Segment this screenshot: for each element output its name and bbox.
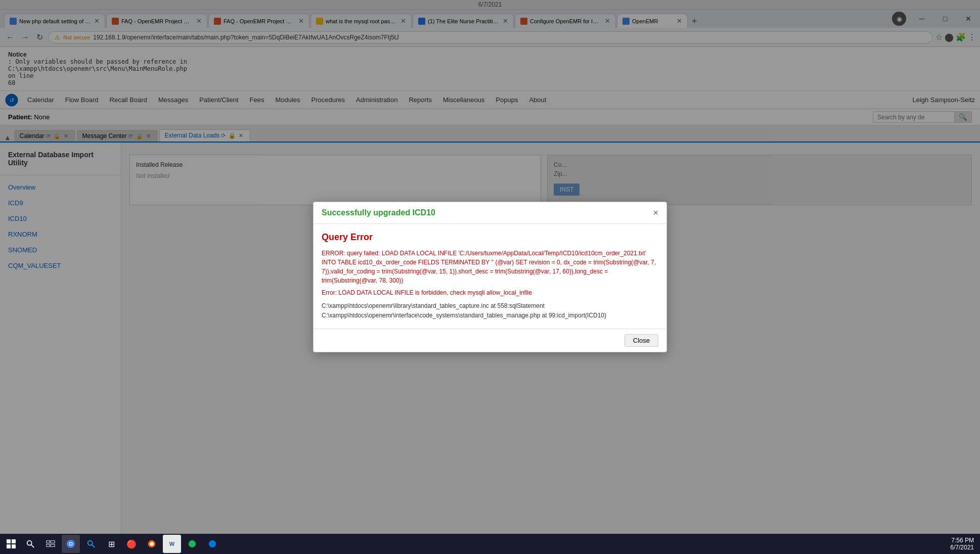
taskbar-search[interactable] xyxy=(21,535,39,553)
svg-point-18 xyxy=(150,542,153,545)
svg-point-15 xyxy=(88,541,93,545)
svg-line-7 xyxy=(31,545,34,547)
taskbar-right: 7:56 PM 6/7/2021 xyxy=(950,537,978,551)
taskbar-task-view[interactable] xyxy=(41,535,60,553)
query-error-title: Query Error xyxy=(322,232,658,243)
taskbar-windows-icon[interactable]: ⊞ xyxy=(102,535,120,553)
svg-point-6 xyxy=(27,541,32,545)
svg-rect-4 xyxy=(7,544,11,548)
modal-header: Successfully upgraded ICD10 × xyxy=(314,202,666,224)
svg-rect-11 xyxy=(51,544,55,547)
error-trace-2: C:\xampp\htdocs\openemr\interface\code_s… xyxy=(322,311,658,320)
taskbar: ⊞ 🔴 W 7:56 PM 6/7/2021 xyxy=(0,534,980,554)
svg-rect-2 xyxy=(7,539,11,543)
modal-success-title: Successfully upgraded ICD10 xyxy=(322,208,435,217)
taskbar-date: 6/7/2021 xyxy=(950,544,974,551)
taskbar-extra2[interactable] xyxy=(203,535,221,553)
svg-rect-10 xyxy=(47,544,50,547)
svg-point-14 xyxy=(70,543,72,545)
modal-close-x-button[interactable]: × xyxy=(653,208,658,217)
error-trace-1: C:\xampp\htdocs\openemr\library\standard… xyxy=(322,301,658,311)
modal-body: Query Error ERROR: query failed: LOAD DA… xyxy=(314,224,666,329)
svg-rect-9 xyxy=(51,541,55,543)
taskbar-time: 7:56 PM xyxy=(950,537,974,544)
taskbar-openemr[interactable]: 🔴 xyxy=(122,535,141,553)
svg-line-16 xyxy=(92,545,95,547)
svg-point-19 xyxy=(189,540,196,547)
taskbar-search2[interactable] xyxy=(82,535,100,553)
svg-rect-5 xyxy=(12,544,16,548)
error-trace: C:\xampp\htdocs\openemr\library\standard… xyxy=(322,301,658,320)
error-forbidden-text: Error: LOAD DATA LOCAL INFILE is forbidd… xyxy=(322,289,658,296)
start-button[interactable] xyxy=(2,535,20,553)
modal-close-button[interactable]: Close xyxy=(625,334,658,347)
query-error-modal: Successfully upgraded ICD10 × Query Erro… xyxy=(313,202,667,352)
taskbar-chrome[interactable] xyxy=(62,535,80,553)
taskbar-word[interactable]: W xyxy=(163,535,181,553)
error-main-text: ERROR: query failed: LOAD DATA LOCAL INF… xyxy=(322,249,658,285)
svg-rect-8 xyxy=(47,541,50,543)
modal-overlay: Successfully upgraded ICD10 × Query Erro… xyxy=(0,0,980,554)
modal-footer: Close xyxy=(314,329,666,352)
taskbar-extra1[interactable] xyxy=(183,535,201,553)
svg-rect-3 xyxy=(12,539,16,543)
svg-point-20 xyxy=(209,540,216,547)
taskbar-clock: 7:56 PM 6/7/2021 xyxy=(950,537,974,551)
taskbar-browser2[interactable] xyxy=(143,535,161,553)
